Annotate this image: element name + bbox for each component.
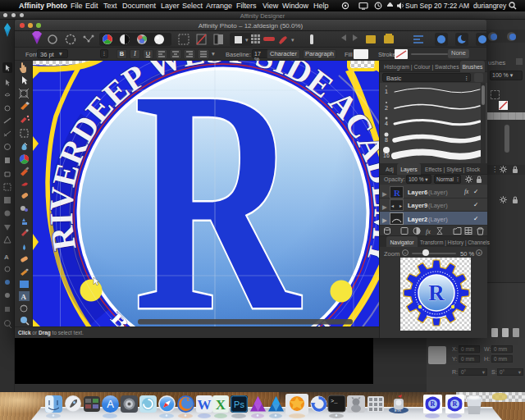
svg-text:W: W [198, 397, 212, 413]
svg-text:X: X [216, 397, 226, 413]
svg-text:8: 8 [385, 137, 388, 143]
svg-text:R: R [453, 400, 458, 408]
svg-text:R: R [428, 281, 445, 305]
svg-text:R: R [134, 61, 302, 326]
svg-text:ETR: ETR [395, 409, 401, 413]
svg-text:A: A [4, 253, 9, 261]
svg-text:A: A [21, 293, 27, 301]
svg-text:▾: ▾ [291, 37, 294, 43]
svg-text:A: A [107, 398, 114, 410]
svg-text:>_: >_ [331, 398, 338, 404]
svg-text:2: 2 [385, 105, 388, 111]
svg-text:Ps: Ps [234, 399, 244, 409]
svg-text:1: 1 [385, 89, 388, 94]
svg-text:4: 4 [385, 121, 388, 126]
svg-text:fx: fx [426, 228, 431, 235]
svg-text:16: 16 [383, 153, 390, 158]
svg-text:▾: ▾ [245, 37, 249, 43]
svg-text:R: R [431, 400, 436, 408]
